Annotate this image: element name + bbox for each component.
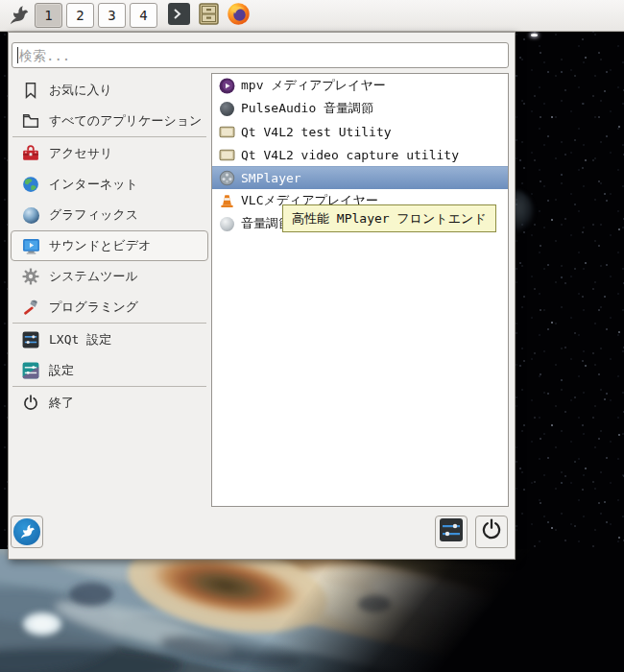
search-input[interactable] <box>12 42 509 68</box>
power-icon <box>21 394 40 413</box>
category-label: 終了 <box>49 395 74 412</box>
folder-icon <box>21 111 40 131</box>
category-label: プログラミング <box>49 299 138 316</box>
category-label: すべてのアプリケーション <box>49 112 202 130</box>
text-cursor <box>17 47 18 63</box>
smplayer-icon <box>219 170 235 186</box>
mpv-icon <box>219 78 235 94</box>
jupiter-planet <box>0 549 624 672</box>
category-sidebar: お気に入りすべてのアプリケーションアクセサリインターネットグラフィックスサウンド… <box>11 75 208 419</box>
workspace-button-3[interactable]: 3 <box>98 3 126 28</box>
category-label: LXQt 設定 <box>49 331 111 348</box>
separator <box>12 136 206 137</box>
vlc-icon <box>219 193 235 209</box>
category-system-tools[interactable]: システムツール <box>11 261 208 292</box>
volume-icon <box>219 216 235 232</box>
app-label: Qt V4L2 test Utility <box>241 125 392 139</box>
hammer-icon <box>21 298 40 317</box>
category-label: システムツール <box>49 268 138 285</box>
app-item-qt-v4l2-test[interactable]: Qt V4L2 test Utility <box>212 120 508 143</box>
about-lxqt-button[interactable] <box>11 516 43 548</box>
category-programming[interactable]: プログラミング <box>11 292 208 323</box>
app-item-qt-v4l2-capture[interactable]: Qt V4L2 video capture utility <box>212 143 508 166</box>
category-internet[interactable]: インターネット <box>11 169 208 200</box>
category-sound-video[interactable]: サウンドとビデオ <box>11 230 208 261</box>
bookmark-icon <box>21 81 40 100</box>
app-item-mpv[interactable]: mpv メディアプレイヤー <box>212 74 508 97</box>
sphere-icon <box>21 205 40 225</box>
category-favorites[interactable]: お気に入り <box>11 75 208 106</box>
pulseaudio-icon <box>219 101 235 117</box>
workspace-button-2[interactable]: 2 <box>66 3 94 28</box>
firefox-icon <box>227 2 251 30</box>
gear-icon <box>21 267 40 286</box>
category-accessories[interactable]: アクセサリ <box>11 138 208 169</box>
lxqt-menu-button[interactable] <box>6 3 31 28</box>
app-label: PulseAudio 音量調節 <box>241 100 373 117</box>
category-settings[interactable]: 設定 <box>11 355 208 386</box>
file-manager-icon <box>197 2 221 30</box>
category-graphics[interactable]: グラフィックス <box>11 200 208 230</box>
qterminal-launcher[interactable] <box>166 3 191 28</box>
taskbar: 1234 <box>0 0 624 32</box>
application-menu-panel: お気に入りすべてのアプリケーションアクセサリインターネットグラフィックスサウンド… <box>8 32 516 560</box>
category-label: 設定 <box>49 362 74 379</box>
lxqt-settings-icon <box>21 330 40 349</box>
workspace-button-1[interactable]: 1 <box>35 3 62 28</box>
app-item-pulseaudio[interactable]: PulseAudio 音量調節 <box>212 97 508 120</box>
separator <box>12 323 206 324</box>
firefox-launcher[interactable] <box>226 3 251 28</box>
application-list: mpv メディアプレイヤーPulseAudio 音量調節Qt V4L2 test… <box>211 73 509 507</box>
bright-star <box>531 34 538 36</box>
v4l2-icon <box>219 147 235 163</box>
shutdown-button[interactable] <box>475 516 508 548</box>
category-all-applications[interactable]: すべてのアプリケーション <box>11 106 208 136</box>
session-settings-icon <box>439 517 464 546</box>
terminal-icon <box>167 2 191 30</box>
pcmanfm-launcher[interactable] <box>196 3 221 28</box>
category-lxqt-settings[interactable]: LXQt 設定 <box>11 324 208 355</box>
category-label: サウンドとビデオ <box>49 237 151 254</box>
toolbox-icon <box>21 144 40 163</box>
category-leave[interactable]: 終了 <box>11 388 208 419</box>
leave-options-button[interactable] <box>435 516 468 548</box>
globe-icon <box>21 175 40 194</box>
separator <box>12 386 206 387</box>
category-label: アクセサリ <box>49 145 113 162</box>
category-label: グラフィックス <box>49 206 138 224</box>
app-label: Qt V4L2 video capture utility <box>241 148 459 162</box>
v4l2-icon <box>219 124 235 140</box>
category-label: インターネット <box>49 176 138 193</box>
tooltip: 高性能 MPlayer フロントエンド <box>282 204 496 232</box>
app-label: mpv メディアプレイヤー <box>241 77 386 94</box>
app-label: SMPlayer <box>241 171 301 185</box>
lxqt-logo-icon <box>13 518 40 545</box>
multimedia-icon <box>21 236 40 255</box>
power-icon <box>480 518 503 545</box>
category-label: お気に入り <box>49 82 112 99</box>
settings-icon <box>21 361 40 380</box>
workspace-button-4[interactable]: 4 <box>130 3 157 28</box>
app-item-smplayer[interactable]: SMPlayer <box>212 166 508 189</box>
